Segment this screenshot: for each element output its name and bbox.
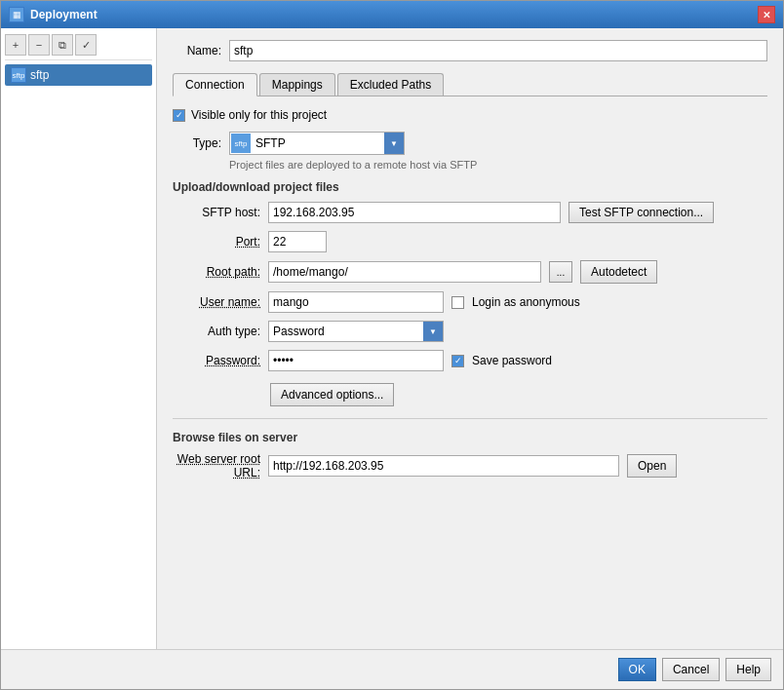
copy-server-button[interactable]: ⧉ [52, 34, 73, 56]
port-row: Port: [173, 231, 767, 252]
save-password-checkbox[interactable] [451, 355, 464, 367]
type-hint: Project files are deployed to a remote h… [229, 159, 767, 171]
save-password-label: Save password [472, 354, 552, 367]
visible-only-row: Visible only for this project [173, 108, 767, 122]
auth-type-row: Auth type: Password ▼ [173, 321, 767, 342]
web-server-root-input[interactable] [268, 455, 619, 477]
sidebar-toolbar: + − ⧉ ✓ [5, 32, 152, 60]
port-label: Port: [173, 235, 260, 249]
password-label: Password: [173, 354, 260, 367]
type-row: Type: sftp SFTP ▼ [173, 132, 767, 155]
remove-server-button[interactable]: − [28, 34, 50, 56]
type-label: Type: [173, 136, 221, 150]
section-divider [173, 418, 767, 419]
advanced-options-container: Advanced options... [270, 383, 767, 406]
sftp-type-icon: sftp [231, 134, 251, 153]
visible-only-label: Visible only for this project [191, 108, 327, 122]
dialog-icon: ▦ [9, 7, 24, 22]
form-area: Name: Connection Mappings Excluded Paths… [157, 28, 783, 649]
test-sftp-button[interactable]: Test SFTP connection... [568, 202, 714, 223]
username-row: User name: Login as anonymous [173, 291, 767, 313]
root-path-input[interactable] [268, 261, 541, 283]
sftp-icon: sftp [11, 67, 26, 83]
add-server-button[interactable]: + [5, 34, 26, 56]
deployment-dialog: ▦ Deployment ✕ + − ⧉ ✓ sftp sftp Name: [0, 0, 784, 690]
tab-connection[interactable]: Connection [173, 73, 257, 96]
sftp-host-row: SFTP host: Test SFTP connection... [173, 202, 767, 223]
login-anonymous-label: Login as anonymous [472, 295, 580, 309]
sftp-host-label: SFTP host: [173, 206, 260, 219]
name-label: Name: [173, 44, 221, 58]
title-bar-left: ▦ Deployment [9, 7, 98, 22]
cancel-button[interactable]: Cancel [662, 658, 720, 681]
sidebar-item-sftp[interactable]: sftp sftp [5, 64, 152, 86]
root-path-row: Root path: ... Autodetect [173, 260, 767, 284]
auth-type-label: Auth type: [173, 325, 260, 338]
password-row: Password: Save password [173, 350, 767, 371]
sidebar-item-label: sftp [30, 68, 49, 82]
web-server-root-label: Web server root URL: [173, 452, 260, 479]
auth-type-dropdown-arrow[interactable]: ▼ [423, 322, 443, 341]
type-select-text: SFTP [252, 136, 384, 150]
main-content: + − ⧉ ✓ sftp sftp Name: Connection Mappi… [1, 28, 783, 649]
sftp-host-input[interactable] [268, 202, 561, 223]
ok-button[interactable]: OK [618, 658, 656, 681]
advanced-options-button[interactable]: Advanced options... [270, 383, 394, 406]
type-select[interactable]: sftp SFTP ▼ [229, 132, 405, 155]
port-input[interactable] [268, 231, 327, 252]
title-bar: ▦ Deployment ✕ [1, 1, 783, 28]
tabs: Connection Mappings Excluded Paths [173, 73, 767, 96]
browse-root-button[interactable]: ... [549, 261, 572, 283]
tab-mappings[interactable]: Mappings [259, 73, 335, 96]
username-label: User name: [173, 295, 260, 309]
web-server-url-row: Web server root URL: Open [173, 452, 767, 479]
autodetect-button[interactable]: Autodetect [580, 260, 657, 284]
confirm-server-button[interactable]: ✓ [75, 34, 97, 56]
username-input[interactable] [268, 291, 444, 313]
name-row: Name: [173, 40, 767, 61]
login-anonymous-checkbox[interactable] [451, 296, 464, 309]
visible-only-checkbox[interactable] [173, 109, 185, 122]
browse-section-title: Browse files on server [173, 431, 767, 444]
close-button[interactable]: ✕ [758, 6, 775, 23]
dialog-footer: OK Cancel Help [1, 649, 783, 689]
help-button[interactable]: Help [725, 658, 771, 681]
open-button[interactable]: Open [627, 454, 677, 478]
tab-excluded-paths[interactable]: Excluded Paths [337, 73, 444, 96]
root-path-label: Root path: [173, 265, 260, 279]
auth-type-select[interactable]: Password ▼ [268, 321, 444, 342]
title-bar-title: Deployment [30, 8, 98, 21]
password-input[interactable] [268, 350, 444, 371]
name-input[interactable] [229, 40, 767, 61]
type-dropdown-arrow[interactable]: ▼ [384, 133, 404, 154]
auth-type-value: Password [269, 325, 423, 338]
upload-section-title: Upload/download project files [173, 180, 767, 194]
sidebar: + − ⧉ ✓ sftp sftp [1, 28, 157, 649]
